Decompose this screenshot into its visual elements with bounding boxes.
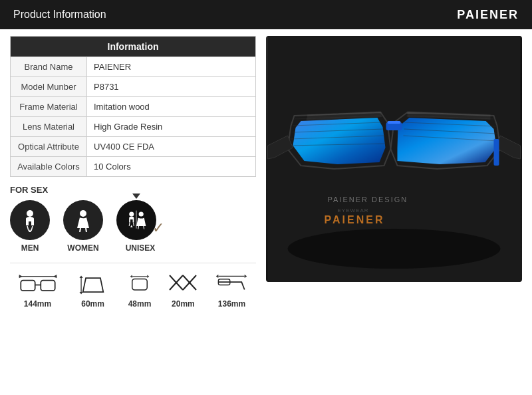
sex-item-women: WOMEN — [63, 200, 103, 253]
row-value: P8731 — [87, 77, 256, 97]
svg-point-4 — [139, 211, 144, 216]
svg-marker-13 — [79, 292, 82, 295]
men-icon-circle — [10, 200, 50, 240]
dim-value-lens-height: 60mm — [81, 299, 104, 309]
svg-marker-24 — [216, 275, 219, 278]
dim-value-lens-width: 48mm — [128, 299, 152, 309]
row-label: Brand Name — [11, 57, 87, 77]
unisex-icon — [124, 208, 148, 232]
svg-point-2 — [129, 211, 134, 216]
women-icon-circle — [63, 200, 103, 240]
info-table: Information Brand Name PAIENER Model Mun… — [10, 36, 256, 177]
women-icon — [71, 208, 95, 232]
svg-point-0 — [27, 210, 33, 217]
svg-rect-9 — [41, 281, 55, 291]
svg-marker-12 — [79, 276, 82, 279]
svg-marker-17 — [147, 275, 149, 279]
sex-item-men: MEN — [10, 200, 50, 253]
dim-item-lens-height: 60mm — [73, 273, 113, 309]
unisex-icon-circle — [116, 200, 156, 240]
svg-rect-14 — [132, 279, 148, 291]
women-label: WOMEN — [67, 243, 98, 253]
row-value: High Grade Resin — [87, 117, 256, 137]
dim-item-lens-width: 48mm — [128, 273, 152, 309]
selected-indicator — [132, 194, 140, 199]
row-value: Imitation wood — [87, 97, 256, 117]
svg-text:EYEWEAR: EYEWEAR — [338, 207, 369, 213]
row-label: Frame Material — [11, 97, 87, 117]
page-title: Product Information — [13, 9, 106, 21]
svg-marker-7 — [53, 275, 57, 278]
dim-value-temple: 136mm — [218, 299, 245, 309]
svg-point-1 — [80, 210, 86, 217]
svg-point-27 — [288, 229, 501, 269]
row-value: PAIENER — [87, 57, 256, 77]
svg-marker-6 — [19, 275, 22, 278]
dim-item-total-width: 144mm — [18, 273, 58, 309]
svg-text:PAIENER: PAIENER — [325, 214, 385, 225]
row-label: Lens Material — [11, 117, 87, 137]
dim-item-temple: 136mm — [215, 273, 248, 309]
table-row: Model Munber P8731 — [11, 77, 256, 97]
row-label: Optical Attribute — [11, 137, 87, 157]
table-row: Frame Material Imitation wood — [11, 97, 256, 117]
table-row: Optical Attribute UV400 CE FDA — [11, 137, 256, 157]
men-icon — [18, 208, 42, 232]
left-panel: Information Brand Name PAIENER Model Mun… — [10, 36, 256, 388]
row-label: Available Colors — [11, 157, 87, 177]
page-header: Product Information PAIENER — [0, 0, 532, 29]
svg-rect-39 — [494, 139, 499, 166]
row-value: 10 Colors — [87, 157, 256, 177]
row-label: Model Munber — [11, 77, 87, 97]
row-value: UV400 CE FDA — [87, 137, 256, 157]
product-image-svg: PAIENER DESIGN EYEWEAR PAIENER — [266, 36, 522, 282]
dim-icon-bridge — [166, 270, 200, 297]
svg-rect-38 — [388, 121, 401, 124]
dim-icon-lens-height — [73, 273, 113, 297]
brand-name: PAIENER — [457, 8, 519, 22]
dim-value-total-width: 144mm — [24, 299, 51, 309]
dim-icon-total-width — [18, 273, 58, 297]
table-row: Lens Material High Grade Resin — [11, 117, 256, 137]
dim-value-bridge: 20mm — [172, 299, 195, 309]
svg-rect-8 — [21, 281, 35, 291]
svg-marker-16 — [130, 275, 132, 279]
dim-icon-lens-width — [130, 273, 150, 297]
dimensions-container: 144mm 60mm — [10, 263, 256, 309]
table-heading: Information — [11, 37, 256, 57]
unisex-label: UNISEX — [126, 243, 156, 253]
men-label: MEN — [21, 243, 39, 253]
main-content: Information Brand Name PAIENER Model Mun… — [0, 29, 532, 395]
sex-icons-container: MEN WOMEN — [10, 200, 256, 253]
dim-item-bridge: 20mm — [166, 270, 200, 309]
product-image: PAIENER DESIGN EYEWEAR PAIENER — [266, 36, 522, 282]
right-panel: PAIENER DESIGN EYEWEAR PAIENER — [266, 36, 522, 388]
table-row: Available Colors 10 Colors — [11, 157, 256, 177]
table-row: Brand Name PAIENER — [11, 57, 256, 77]
svg-text:PAIENER DESIGN: PAIENER DESIGN — [328, 196, 408, 203]
svg-marker-25 — [245, 275, 247, 278]
dim-icon-temple — [215, 273, 248, 297]
sex-item-unisex: ✓ UNISEX — [116, 200, 164, 253]
